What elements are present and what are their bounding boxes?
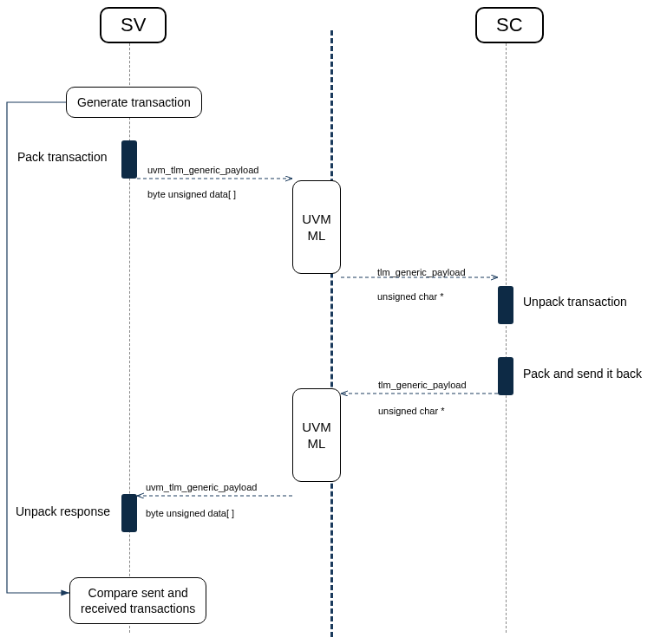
label-pack-tx: Pack transaction xyxy=(17,150,108,164)
activation-unpack-tx xyxy=(498,286,513,324)
lifeline-sv xyxy=(129,43,130,633)
activation-unpack-resp xyxy=(121,494,137,532)
activation-pack-tx xyxy=(121,140,137,179)
msg-1b: byte unsigned data[ ] xyxy=(147,189,236,199)
msg-4b: byte unsigned data[ ] xyxy=(146,508,234,518)
label-unpack-tx: Unpack transaction xyxy=(523,295,627,309)
header-sv: SV xyxy=(100,7,167,43)
msg-2b: unsigned char * xyxy=(377,291,443,302)
center-divider xyxy=(330,30,333,637)
node-uvm-2: UVM ML xyxy=(292,388,341,482)
node-uvm-1: UVM ML xyxy=(292,180,341,274)
msg-2a: tlm_generic_payload xyxy=(377,267,466,277)
msg-4a: uvm_tlm_generic_payload xyxy=(146,482,257,492)
node-compare: Compare sent and received transactions xyxy=(69,577,206,624)
msg-3b: unsigned char * xyxy=(378,406,444,416)
label-unpack-resp: Unpack response xyxy=(16,504,110,518)
header-sc: SC xyxy=(475,7,544,43)
activation-pack-back xyxy=(498,357,513,395)
msg-3a: tlm_generic_payload xyxy=(378,380,467,390)
node-generate: Generate transaction xyxy=(66,87,202,118)
msg-1a: uvm_tlm_generic_payload xyxy=(147,165,258,175)
label-pack-back: Pack and send it back xyxy=(523,367,642,381)
lifeline-sc xyxy=(506,43,507,633)
